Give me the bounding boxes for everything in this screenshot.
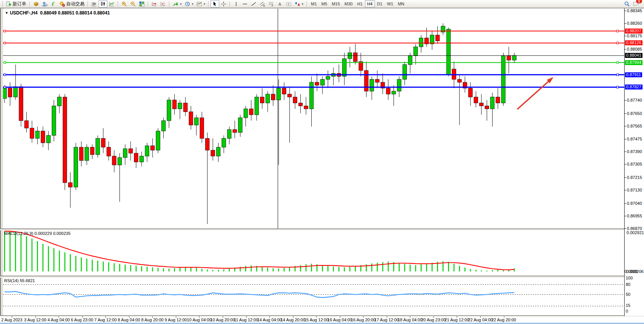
candle-body xyxy=(189,112,193,125)
rsi-axis-50: 50 xyxy=(626,292,630,297)
candle-body xyxy=(282,88,286,94)
timeframe-M5[interactable]: M5 xyxy=(319,0,329,7)
timeframe-M1[interactable]: M1 xyxy=(309,0,319,7)
hline-handle[interactable] xyxy=(617,74,618,76)
candle-body xyxy=(414,47,418,56)
price-tick-mark xyxy=(625,216,626,216)
timeframe-W1[interactable]: W1 xyxy=(385,0,396,7)
rsi-axis-0: 0 xyxy=(626,309,628,313)
zoom-out-button[interactable] xyxy=(129,0,137,8)
time-label: 9 Aug 12:00 xyxy=(164,318,187,322)
line-chart-button[interactable] xyxy=(107,0,116,8)
candle-body xyxy=(430,35,434,44)
navigator-button[interactable] xyxy=(40,0,49,8)
fibonacci-button[interactable]: F xyxy=(267,0,276,8)
candle xyxy=(216,143,220,162)
svg-text:E: E xyxy=(263,4,265,6)
candlestick-chart-button[interactable] xyxy=(99,0,107,8)
hline-handle[interactable] xyxy=(4,74,6,76)
candle xyxy=(381,73,384,94)
time-axis[interactable]: 2 Aug 20233 Aug 12:004 Aug 04:006 Aug 23… xyxy=(0,316,644,323)
chart-title[interactable]: ▼USDCHF-,H4 0.88049 0.88051 0.88014 0.88… xyxy=(5,10,110,16)
channel-button[interactable]: E xyxy=(258,0,267,8)
candle-body xyxy=(3,88,6,99)
hline-handle[interactable] xyxy=(4,86,6,88)
candle xyxy=(90,144,94,159)
candle xyxy=(496,88,500,109)
bar-chart-button[interactable] xyxy=(90,0,99,8)
trendline-button[interactable] xyxy=(249,0,258,8)
zoom-in-button[interactable] xyxy=(120,0,129,8)
hline-handle[interactable] xyxy=(4,42,6,44)
candle-body xyxy=(74,147,78,187)
cursor-button[interactable] xyxy=(210,0,219,8)
hline-handle[interactable] xyxy=(617,42,618,44)
vertical-line-button[interactable] xyxy=(232,0,241,8)
candle xyxy=(211,138,215,160)
timeframe-M15[interactable]: M15 xyxy=(330,0,342,7)
price-tick-mark xyxy=(625,36,626,36)
candle-body xyxy=(457,79,461,82)
horizontal-line-button[interactable] xyxy=(241,0,249,8)
hline-handle[interactable] xyxy=(4,30,6,32)
indicators-button[interactable]: ▾ xyxy=(171,0,183,8)
candle-body xyxy=(309,82,313,109)
chart-shift-button[interactable] xyxy=(159,0,167,8)
arrows-icon xyxy=(295,1,300,7)
market-watch-button[interactable] xyxy=(32,0,40,8)
candle xyxy=(134,147,138,168)
periods-icon xyxy=(185,1,190,7)
panel-splitter[interactable] xyxy=(0,276,644,278)
autotrading-button[interactable]: 自动交易 xyxy=(58,0,86,8)
time-label: 11 Aug 12:00 xyxy=(234,318,258,322)
text-button[interactable]: A xyxy=(276,0,284,8)
candle xyxy=(320,77,324,94)
rsi-axis-15: 15 xyxy=(626,303,630,308)
candle xyxy=(293,91,297,109)
new-order-button[interactable]: 新订单 xyxy=(4,0,28,8)
search-button[interactable] xyxy=(623,0,631,8)
arrow-object[interactable] xyxy=(517,77,553,109)
candle xyxy=(332,67,335,85)
timeframe-H4[interactable]: H4 xyxy=(365,0,375,7)
hline-handle[interactable] xyxy=(617,62,618,64)
fibonacci-icon: F xyxy=(268,1,274,7)
hline-handle[interactable] xyxy=(4,62,6,64)
macd-canvas[interactable] xyxy=(3,230,624,276)
price-tick-label: 0.87565 xyxy=(627,124,642,128)
periods-button[interactable]: ▾ xyxy=(183,0,195,8)
candle xyxy=(348,47,352,67)
rsi-canvas[interactable] xyxy=(3,277,624,315)
notifications-button[interactable]: 1 xyxy=(631,0,640,8)
candle xyxy=(79,141,83,166)
svg-text:F: F xyxy=(272,5,273,7)
auto-scroll-button[interactable] xyxy=(150,0,159,8)
timeframe-M30[interactable]: M30 xyxy=(342,0,355,7)
candle-body xyxy=(167,100,171,121)
candle xyxy=(46,131,50,150)
price-tick-label: 0.88345 xyxy=(627,8,642,13)
candle xyxy=(107,141,110,160)
price-tick-label: 0.87740 xyxy=(627,98,642,102)
arrows-button[interactable]: ▾ xyxy=(293,0,305,8)
label-button[interactable]: T xyxy=(284,0,293,8)
candle-body xyxy=(156,131,160,150)
hline-handle[interactable] xyxy=(617,86,618,88)
price-tick-mark xyxy=(625,23,626,24)
hline-handle[interactable] xyxy=(617,30,618,32)
chevron-down-icon: ▾ xyxy=(204,2,205,6)
timeframe-MN[interactable]: MN xyxy=(395,0,406,7)
candle-body xyxy=(145,146,149,156)
tile-windows-button[interactable] xyxy=(137,0,146,8)
candle xyxy=(446,28,450,77)
candle xyxy=(414,44,418,64)
crosshair-button[interactable] xyxy=(219,0,228,8)
candle-body xyxy=(30,128,34,138)
timeframe-D1[interactable]: D1 xyxy=(375,0,385,7)
templates-button[interactable]: ▾ xyxy=(195,0,207,8)
price-chart-canvas[interactable] xyxy=(3,9,624,228)
time-label: 6 Aug 23:00 xyxy=(71,318,93,322)
signals-button[interactable] xyxy=(49,0,58,8)
timeframe-H1[interactable]: H1 xyxy=(355,0,365,7)
panel-splitter[interactable] xyxy=(0,228,644,230)
